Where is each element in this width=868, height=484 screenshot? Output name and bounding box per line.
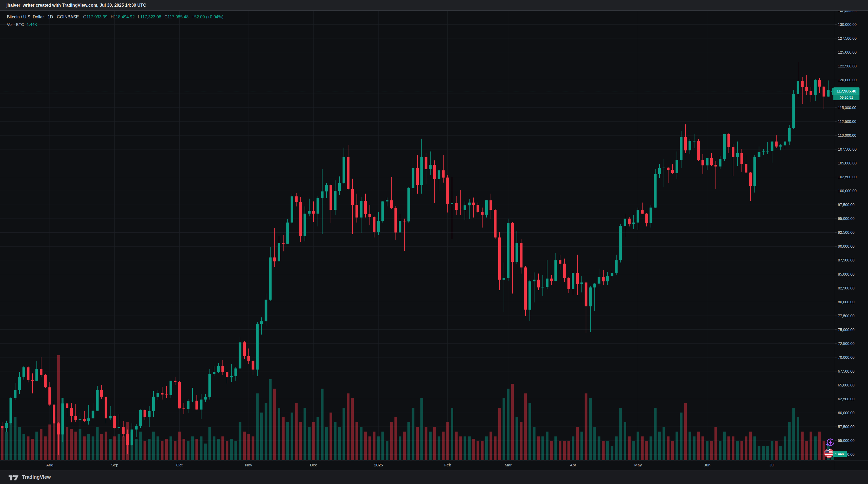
price-tick-label: 55,000.00 bbox=[838, 438, 855, 443]
price-tick-label: 100,000.00 bbox=[838, 189, 857, 193]
time-tick-label: May bbox=[634, 463, 642, 467]
price-tick-label: 57,500.00 bbox=[838, 424, 855, 429]
legend-symbol-row[interactable]: Bitcoin / U.S. Dollar · 1D · COINBASE O1… bbox=[7, 14, 224, 20]
price-tick-label: 127,500.00 bbox=[838, 36, 857, 41]
legend-volume-row[interactable]: Vol · BTC 1.44K bbox=[7, 21, 224, 27]
tradingview-logo-text: TradingView bbox=[22, 475, 51, 480]
lightning-event-icon[interactable] bbox=[825, 438, 835, 449]
time-tick-label: Oct bbox=[176, 463, 182, 467]
volume-label: Vol · BTC bbox=[7, 22, 24, 27]
price-tick-label: 77,500.00 bbox=[838, 313, 855, 318]
price-tick-label: 125,000.00 bbox=[838, 50, 857, 55]
price-tick-label: 67,500.00 bbox=[838, 369, 855, 374]
price-tick-label: 95,000.00 bbox=[838, 216, 855, 221]
time-tick-label: Nov bbox=[245, 463, 252, 467]
price-scale[interactable]: 132,500.00130,000.00127,500.00125,000.00… bbox=[835, 0, 868, 470]
price-tick-label: 120,000.00 bbox=[838, 78, 857, 82]
time-tick-label: Dec bbox=[310, 463, 317, 467]
tradingview-logo[interactable]: TradingView bbox=[8, 474, 51, 481]
chart-top-bar: jhalver_writer created with TradingView.… bbox=[0, 0, 868, 11]
chart-canvas[interactable] bbox=[0, 0, 868, 484]
low-value: 117,323.08 bbox=[140, 15, 161, 20]
price-tick-label: 70,000.00 bbox=[838, 355, 855, 360]
price-tick-label: 90,000.00 bbox=[838, 244, 855, 249]
volume-value-badge: 1.44K bbox=[833, 451, 847, 457]
time-tick-label: Mar bbox=[505, 463, 512, 467]
price-tick-label: 80,000.00 bbox=[838, 300, 855, 304]
price-tick-label: 115,000.00 bbox=[838, 105, 856, 110]
last-price-badge: 117,985.48 09:20:51 bbox=[833, 87, 860, 100]
price-tick-label: 130,000.00 bbox=[838, 22, 857, 27]
close-label: C bbox=[164, 15, 168, 20]
symbol-title[interactable]: Bitcoin / U.S. Dollar · 1D · COINBASE bbox=[7, 15, 79, 20]
countdown-timer: 09:20:51 bbox=[833, 95, 860, 100]
chart-legend: Bitcoin / U.S. Dollar · 1D · COINBASE O1… bbox=[7, 14, 224, 27]
open-label: O bbox=[83, 15, 86, 20]
time-tick-label: Jul bbox=[769, 463, 774, 467]
time-tick-label: Feb bbox=[444, 463, 451, 467]
high-value: 118,494.92 bbox=[114, 15, 135, 20]
time-tick-label: Sep bbox=[111, 463, 119, 467]
low-label: L bbox=[138, 15, 140, 20]
volume-series bbox=[1, 355, 834, 460]
price-tick-label: 82,500.00 bbox=[838, 286, 855, 290]
time-tick-label: Aug bbox=[46, 463, 54, 467]
price-tick-label: 92,500.00 bbox=[838, 230, 855, 235]
time-tick-label: Apr bbox=[570, 463, 576, 467]
tradingview-logo-icon bbox=[8, 474, 20, 481]
price-tick-label: 112,500.00 bbox=[838, 119, 856, 124]
close-value: 117,985.48 bbox=[167, 15, 188, 20]
grid-lines bbox=[0, 0, 837, 460]
chart-footer: TradingView bbox=[0, 470, 868, 484]
price-tick-label: 72,500.00 bbox=[838, 341, 855, 346]
price-tick-label: 107,500.00 bbox=[838, 147, 857, 152]
price-tick-label: 102,500.00 bbox=[838, 175, 857, 179]
price-tick-label: 62,500.00 bbox=[838, 397, 855, 401]
change-value: +52.09 (+0.04%) bbox=[192, 15, 223, 20]
high-label: H bbox=[111, 15, 114, 20]
price-tick-label: 75,000.00 bbox=[838, 327, 855, 332]
open-value: 117,933.39 bbox=[87, 15, 107, 20]
last-price-value: 117,985.48 bbox=[833, 87, 860, 95]
watermark-attribution: jhalver_writer created with TradingView.… bbox=[6, 3, 146, 8]
price-tick-label: 110,000.00 bbox=[838, 133, 856, 138]
time-tick-label: Jun bbox=[704, 463, 710, 467]
price-tick-label: 65,000.00 bbox=[838, 383, 855, 388]
price-tick-label: 87,500.00 bbox=[838, 258, 855, 262]
price-tick-label: 122,500.00 bbox=[838, 64, 857, 68]
candlestick-series bbox=[1, 62, 834, 455]
price-tick-label: 97,500.00 bbox=[838, 202, 855, 207]
time-tick-label: 2025 bbox=[374, 463, 383, 467]
price-tick-label: 60,000.00 bbox=[838, 410, 855, 415]
volume-current-value: 1.44K bbox=[27, 22, 37, 27]
tradingview-chart: jhalver_writer created with TradingView.… bbox=[0, 0, 868, 484]
price-tick-label: 105,000.00 bbox=[838, 161, 857, 166]
price-tick-label: 85,000.00 bbox=[838, 272, 855, 277]
time-scale[interactable]: AugSepOctNovDec2025FebMarAprMayJunJul bbox=[0, 460, 835, 470]
